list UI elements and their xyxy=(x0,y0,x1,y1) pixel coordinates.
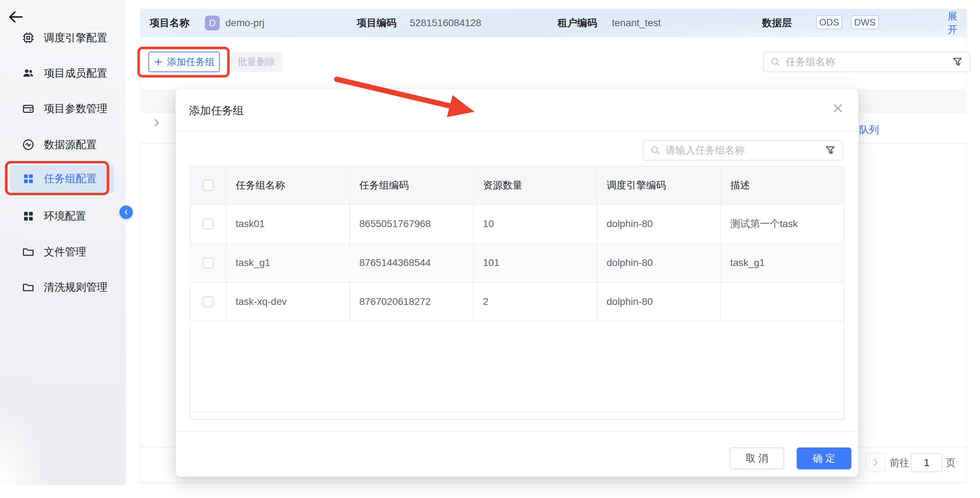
select-all-checkbox[interactable] xyxy=(203,180,213,191)
batch-delete-button[interactable]: 批量删除 xyxy=(230,52,283,72)
expand-link[interactable]: 展开 xyxy=(948,9,967,37)
data-layer-label: 数据层 xyxy=(762,9,792,37)
layer-tag-dws: DWS xyxy=(851,15,879,29)
cell-resource-count: 101 xyxy=(474,244,597,283)
column-header: 任务组编码 xyxy=(350,167,474,205)
row-expand-chevron-icon[interactable] xyxy=(151,117,162,128)
cell-engine-code: dolphin-80 xyxy=(597,244,721,283)
sidebar-collapse-toggle[interactable] xyxy=(119,206,133,219)
batch-delete-label: 批量删除 xyxy=(237,56,275,68)
table-row[interactable]: task01 8655051767968 10 dolphin-80 测试第一个… xyxy=(191,205,844,244)
cell-task-group-code: 8765144368544 xyxy=(350,244,474,283)
cell-description xyxy=(721,283,844,321)
modal-footer-divider xyxy=(176,431,859,432)
search-icon xyxy=(770,57,781,67)
sidebar-item-label: 文件管理 xyxy=(44,245,86,259)
folder-icon xyxy=(22,246,35,258)
table-header-row: 任务组名称 任务组编码 资源数量 调度引擎编码 描述 xyxy=(191,167,844,205)
row-checkbox[interactable] xyxy=(203,296,213,307)
sidebar-item-label: 调度引擎配置 xyxy=(44,31,107,45)
row-checkbox[interactable] xyxy=(203,257,213,268)
modal-search-input[interactable] xyxy=(666,145,819,156)
cancel-button[interactable]: 取 消 xyxy=(730,447,784,469)
cell-task-group-name: task_g1 xyxy=(226,244,350,283)
sidebar-item-task-groups[interactable]: 任务组配置 xyxy=(0,167,126,190)
chevron-left-icon xyxy=(122,208,130,216)
column-header: 调度引擎编码 xyxy=(597,167,721,205)
search-input[interactable] xyxy=(786,56,947,67)
sidebar: 调度引擎配置 项目成员配置 项目参数管理 数据源配置 任务组配置 环境配置 文件… xyxy=(0,0,126,485)
project-code-label: 项目编码 xyxy=(357,9,396,37)
next-page-button[interactable] xyxy=(865,453,886,472)
cell-task-group-name: task01 xyxy=(226,205,350,244)
page-unit-label: 页 xyxy=(946,456,956,470)
cell-engine-code: dolphin-80 xyxy=(597,283,721,321)
cell-task-group-code: 8767020618272 xyxy=(350,283,474,321)
project-name-label: 项目名称 xyxy=(150,9,189,37)
cell-resource-count: 10 xyxy=(474,205,597,244)
sidebar-item-label: 项目成员配置 xyxy=(44,66,107,81)
goto-page-label: 前往 xyxy=(889,456,909,470)
users-icon xyxy=(22,67,35,80)
sidebar-item-project-members[interactable]: 项目成员配置 xyxy=(0,62,126,85)
sidebar-item-label: 清洗规则管理 xyxy=(44,280,107,295)
card-icon xyxy=(22,102,35,115)
column-header: 描述 xyxy=(721,167,844,205)
table-row[interactable]: task_g1 8765144368544 101 dolphin-80 tas… xyxy=(191,244,844,283)
project-code-value: 5281516084128 xyxy=(410,9,481,37)
filter-icon[interactable] xyxy=(952,56,963,67)
add-task-group-modal: 添加任务组 任务组名称 任务组编码 资源数量 调度引擎编码 描述 task01 … xyxy=(176,89,859,477)
sidebar-item-environment[interactable]: 环境配置 xyxy=(0,205,126,227)
modal-table: 任务组名称 任务组编码 资源数量 调度引擎编码 描述 task01 865505… xyxy=(190,166,844,413)
modal-title: 添加任务组 xyxy=(189,103,244,118)
add-task-group-button[interactable]: 添加任务组 xyxy=(148,52,220,72)
cell-task-group-name: task-xq-dev xyxy=(226,283,350,321)
sidebar-item-file-management[interactable]: 文件管理 xyxy=(0,241,126,263)
modal-task-group-search xyxy=(643,140,843,161)
table-horizontal-scrollbar[interactable] xyxy=(190,413,844,420)
close-icon[interactable] xyxy=(830,101,846,116)
search-icon xyxy=(650,145,661,156)
sidebar-item-project-params[interactable]: 项目参数管理 xyxy=(0,97,126,120)
cpu-icon xyxy=(22,32,35,44)
column-header: 任务组名称 xyxy=(226,167,350,205)
cell-description: task_g1 xyxy=(721,244,844,283)
project-name-value: demo-prj xyxy=(225,9,264,37)
confirm-button[interactable]: 确 定 xyxy=(797,447,851,469)
chevron-right-icon xyxy=(870,458,880,468)
project-info-header: 项目名称 D demo-prj 项目编码 5281516084128 租户编码 … xyxy=(140,9,967,37)
page-number-input[interactable] xyxy=(911,453,943,472)
cell-description: 测试第一个task xyxy=(721,205,844,244)
sidebar-item-label: 任务组配置 xyxy=(44,172,97,186)
plus-icon xyxy=(154,57,163,67)
sidebar-item-label: 数据源配置 xyxy=(44,137,97,152)
content-bottom-border xyxy=(140,482,967,483)
datasource-icon xyxy=(22,138,35,151)
cell-resource-count: 2 xyxy=(474,283,597,321)
sidebar-item-label: 环境配置 xyxy=(44,209,86,223)
sidebar-item-label: 项目参数管理 xyxy=(44,102,107,116)
table-row[interactable]: task-xq-dev 8767020618272 2 dolphin-80 xyxy=(191,283,844,321)
cell-engine-code: dolphin-80 xyxy=(597,205,721,244)
column-header: 资源数量 xyxy=(474,167,597,205)
filter-icon[interactable] xyxy=(824,145,836,156)
grid-icon xyxy=(22,210,35,222)
project-avatar: D xyxy=(205,16,220,30)
add-task-group-label: 添加任务组 xyxy=(167,56,215,68)
grid-icon xyxy=(22,172,35,185)
modal-header-divider xyxy=(176,131,859,132)
folder-icon xyxy=(22,281,35,294)
tenant-code-label: 租户编码 xyxy=(557,9,597,37)
sidebar-item-datasource[interactable]: 数据源配置 xyxy=(0,133,126,156)
task-group-search xyxy=(763,52,970,72)
back-icon[interactable] xyxy=(7,8,24,26)
layer-tag-ods: ODS xyxy=(816,15,842,29)
sidebar-item-cleaning-rules[interactable]: 清洗规则管理 xyxy=(0,276,126,298)
page: 调度引擎配置 项目成员配置 项目参数管理 数据源配置 任务组配置 环境配置 文件… xyxy=(0,0,980,498)
tenant-code-value: tenant_test xyxy=(612,9,661,37)
cell-task-group-code: 8655051767968 xyxy=(350,205,474,244)
row-checkbox[interactable] xyxy=(203,219,213,229)
sidebar-item-schedule-engine[interactable]: 调度引擎配置 xyxy=(0,27,126,49)
